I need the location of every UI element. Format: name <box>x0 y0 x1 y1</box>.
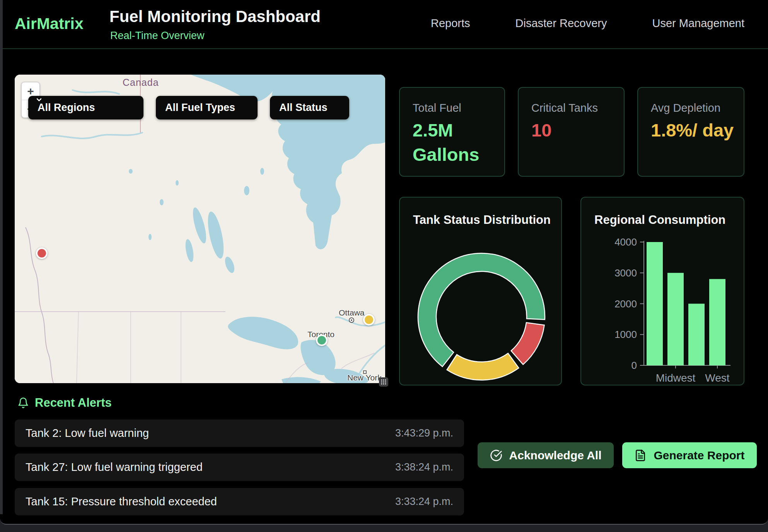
check-circle-icon <box>490 449 502 462</box>
file-text-icon <box>634 449 647 462</box>
chart-title: Tank Status Distribution <box>413 213 551 227</box>
fuel-type-filter-value: All Fuel Types <box>165 102 235 114</box>
stat-card-critical-tanks: Critical Tanks 10 <box>518 87 625 177</box>
map-marker-normal[interactable] <box>316 334 328 346</box>
stat-value: 1.8%/ day <box>651 118 734 143</box>
app-window: AirMatrix Fuel Monitoring Dashboard Real… <box>0 0 768 525</box>
svg-text:4000: 4000 <box>614 236 637 248</box>
map-filters: All Regions All Fuel Types All Status <box>28 96 349 119</box>
tank-status-distribution-card: Tank Status Distribution <box>399 197 562 385</box>
alert-message: Tank 27: Low fuel warning triggered <box>26 461 203 474</box>
alert-message: Tank 15: Pressure threshold exceeded <box>26 495 217 508</box>
acknowledge-all-label: Acknowledge All <box>509 449 602 462</box>
page-subtitle: Real-Time Overview <box>110 30 205 42</box>
svg-text:Midwest: Midwest <box>656 372 696 384</box>
status-filter-value: All Status <box>279 102 328 114</box>
nav-item-disaster-recovery[interactable]: Disaster Recovery <box>515 17 607 30</box>
stat-card-total-fuel: Total Fuel 2.5M Gallons <box>399 87 505 177</box>
stat-value: 2.5M Gallons <box>413 118 496 167</box>
alert-timestamp: 3:43:29 p.m. <box>395 427 453 439</box>
nav-item-user-management[interactable]: User Management <box>652 17 744 30</box>
map-resize-handle[interactable] <box>379 377 388 387</box>
alerts-section-title: Recent Alerts <box>35 396 112 410</box>
generate-report-label: Generate Report <box>654 449 744 462</box>
map-canvas[interactable]: Canada Ottawa Toronto New York + − All R… <box>15 75 385 383</box>
region-filter-value: All Regions <box>38 102 95 114</box>
stat-card-avg-depletion: Avg Depletion 1.8%/ day <box>637 87 744 177</box>
svg-text:2000: 2000 <box>614 298 637 310</box>
svg-text:3000: 3000 <box>614 267 637 279</box>
page-title: Fuel Monitoring Dashboard <box>109 7 321 26</box>
svg-text:West: West <box>705 372 729 384</box>
ottawa-town-icon <box>349 317 354 323</box>
generate-report-button[interactable]: Generate Report <box>622 442 757 468</box>
header: AirMatrix Fuel Monitoring Dashboard Real… <box>0 0 768 49</box>
alert-row[interactable]: Tank 27: Low fuel warning triggered 3:38… <box>15 454 464 481</box>
top-nav: Reports Disaster Recovery User Managemen… <box>431 17 744 30</box>
chart-title: Regional Consumption <box>594 213 725 227</box>
acknowledge-all-button[interactable]: Acknowledge All <box>478 442 614 468</box>
stat-label: Avg Depletion <box>651 102 720 114</box>
map-marker-warning[interactable] <box>363 314 375 326</box>
regional-consumption-card: 01000200030004000MidwestWest Regional Co… <box>580 197 744 385</box>
alert-timestamp: 3:33:24 p.m. <box>395 496 453 508</box>
new-york-town-icon <box>363 370 367 374</box>
window-edge <box>0 0 3 514</box>
stat-label: Critical Tanks <box>531 102 598 114</box>
chevron-down-icon <box>35 96 43 104</box>
recent-alerts-header: Recent Alerts <box>17 396 112 410</box>
svg-text:0: 0 <box>631 360 637 371</box>
region-filter-select[interactable]: All Regions <box>28 96 143 119</box>
map-label-ottawa: Ottawa <box>339 308 365 317</box>
alert-timestamp: 3:38:24 p.m. <box>395 461 453 473</box>
grip-dots-icon <box>381 379 387 385</box>
alert-row[interactable]: Tank 2: Low fuel warning 3:43:29 p.m. <box>15 419 464 447</box>
status-filter-select[interactable]: All Status <box>270 96 349 119</box>
nav-item-reports[interactable]: Reports <box>431 17 470 30</box>
alert-row[interactable]: Tank 15: Pressure threshold exceeded 3:3… <box>15 488 464 515</box>
map-label-new-york: New York <box>347 373 382 382</box>
fuel-type-filter-select[interactable]: All Fuel Types <box>156 96 258 119</box>
alert-message: Tank 2: Low fuel warning <box>26 427 149 440</box>
stat-label: Total Fuel <box>413 102 461 114</box>
map-label-canada: Canada <box>123 77 159 88</box>
map-panel: Canada Ottawa Toronto New York + − All R… <box>15 75 385 383</box>
bell-icon <box>17 397 29 409</box>
map-marker-critical[interactable] <box>36 247 48 259</box>
stat-value: 10 <box>531 118 614 143</box>
svg-text:1000: 1000 <box>614 329 637 340</box>
brand-logo: AirMatrix <box>15 15 84 33</box>
